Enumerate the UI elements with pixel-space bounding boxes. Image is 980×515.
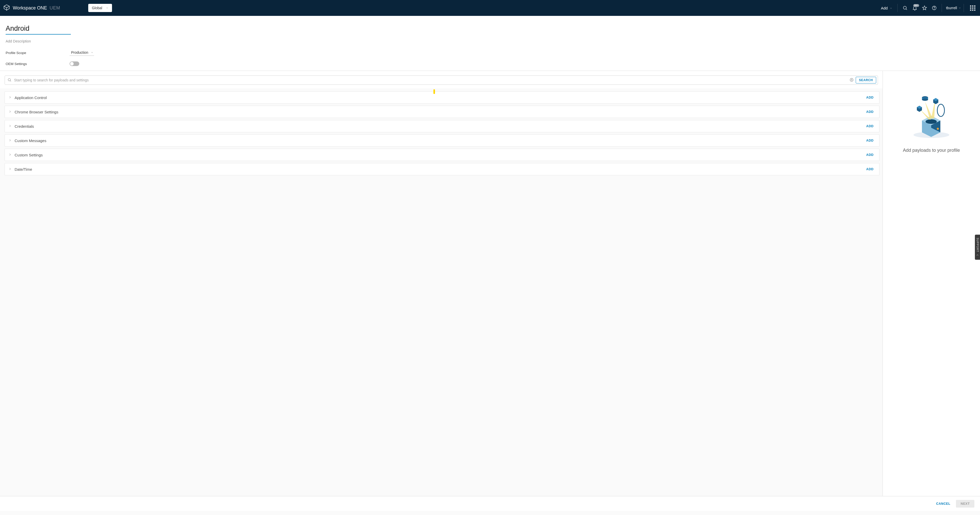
payload-name: Credentials xyxy=(14,124,863,129)
chevron-right-icon xyxy=(8,139,11,143)
svg-point-8 xyxy=(937,104,945,116)
search-button[interactable]: SEARCH xyxy=(856,77,876,83)
product-logo-icon xyxy=(3,4,10,12)
support-tab[interactable]: SUPPORT xyxy=(975,234,980,260)
username: tburrell xyxy=(946,6,957,10)
payload-add-button[interactable]: ADD xyxy=(866,96,873,99)
product-name-sub: UEM xyxy=(49,5,60,11)
product-name-main: Workspace ONE xyxy=(13,5,47,11)
chevron-right-icon xyxy=(8,153,11,157)
chevron-right-icon xyxy=(8,124,11,128)
payload-name: Application Control xyxy=(14,96,863,100)
separator xyxy=(897,4,898,12)
add-menu-label: Add xyxy=(881,6,888,10)
payload-search-bar: SEARCH xyxy=(5,75,878,85)
description-field[interactable]: Add Description xyxy=(6,39,974,43)
svg-point-6 xyxy=(926,119,937,124)
summary-hint: Add payloads to your profile xyxy=(903,148,960,153)
payload-name: Date/Time xyxy=(14,167,863,172)
payload-row[interactable]: Custom MessagesADD xyxy=(5,134,880,147)
payload-add-button[interactable]: ADD xyxy=(866,124,873,128)
chevron-down-icon xyxy=(91,50,93,54)
svg-point-3 xyxy=(8,78,11,81)
profile-scope-label: Profile Scope xyxy=(6,51,70,55)
svg-point-0 xyxy=(904,6,907,9)
notifications-badge: 99+ xyxy=(913,4,919,7)
search-icon[interactable] xyxy=(900,3,910,13)
cancel-button[interactable]: CANCEL xyxy=(935,502,952,506)
clear-search-icon[interactable] xyxy=(850,78,854,83)
org-group-selector[interactable]: Global xyxy=(88,4,112,12)
page-title[interactable]: Android xyxy=(6,25,71,35)
payload-name: Chrome Browser Settings xyxy=(14,110,863,114)
next-button[interactable]: NEXT xyxy=(956,500,974,507)
user-menu[interactable]: tburrell xyxy=(946,6,961,10)
chevron-right-icon xyxy=(8,110,11,114)
payload-name: Custom Messages xyxy=(14,139,863,143)
payload-row[interactable]: CredentialsADD xyxy=(5,120,880,132)
add-menu[interactable]: Add xyxy=(881,6,892,10)
profile-scope-select[interactable]: Production xyxy=(70,50,94,56)
payload-add-button[interactable]: ADD xyxy=(866,167,873,171)
payload-row[interactable]: Date/TimeADD xyxy=(5,163,880,175)
apps-grid-icon[interactable] xyxy=(970,5,975,11)
payload-add-button[interactable]: ADD xyxy=(866,139,873,142)
help-icon[interactable] xyxy=(929,3,939,13)
top-nav: Workspace ONE UEM Global Add 99+ tburrel… xyxy=(0,0,980,16)
svg-point-11 xyxy=(922,98,928,101)
org-group-selected: Global xyxy=(92,6,102,10)
chevron-right-icon xyxy=(8,167,11,171)
favorites-icon[interactable] xyxy=(920,3,929,13)
profile-illustration xyxy=(910,94,953,140)
summary-pane: Add payloads to your profile xyxy=(883,71,980,496)
indicator-marker xyxy=(433,89,435,94)
support-label: SUPPORT xyxy=(976,238,979,252)
notifications-icon[interactable]: 99+ xyxy=(910,3,920,13)
oem-settings-toggle[interactable] xyxy=(70,61,79,66)
page-head: Android Add Description Profile Scope Pr… xyxy=(0,16,980,71)
footer: CANCEL NEXT xyxy=(0,496,980,511)
payload-row[interactable]: Chrome Browser SettingsADD xyxy=(5,106,880,118)
payload-list[interactable]: Application ControlADDChrome Browser Set… xyxy=(0,88,883,496)
chevron-down-icon xyxy=(106,6,108,10)
payload-search-input[interactable] xyxy=(14,78,848,83)
payloads-pane: SEARCH Application ControlADDChrome Brow… xyxy=(0,71,883,496)
search-icon xyxy=(7,78,11,83)
payload-name: Custom Settings xyxy=(14,153,863,157)
svg-point-7 xyxy=(937,128,939,130)
chevron-left-icon xyxy=(976,254,979,257)
separator xyxy=(942,4,942,12)
main-content: SEARCH Application ControlADDChrome Brow… xyxy=(0,71,980,496)
payload-row[interactable]: Custom SettingsADD xyxy=(5,149,880,161)
separator xyxy=(964,4,964,12)
product-logo: Workspace ONE UEM xyxy=(3,4,60,12)
payload-add-button[interactable]: ADD xyxy=(866,110,873,114)
oem-settings-label: OEM Settings xyxy=(6,62,70,66)
chevron-down-icon xyxy=(959,6,961,10)
chevron-down-icon xyxy=(890,6,892,10)
profile-scope-value: Production xyxy=(71,50,88,54)
payload-add-button[interactable]: ADD xyxy=(866,153,873,157)
chevron-right-icon xyxy=(8,96,11,100)
payload-row[interactable]: Application ControlADD xyxy=(5,91,880,104)
